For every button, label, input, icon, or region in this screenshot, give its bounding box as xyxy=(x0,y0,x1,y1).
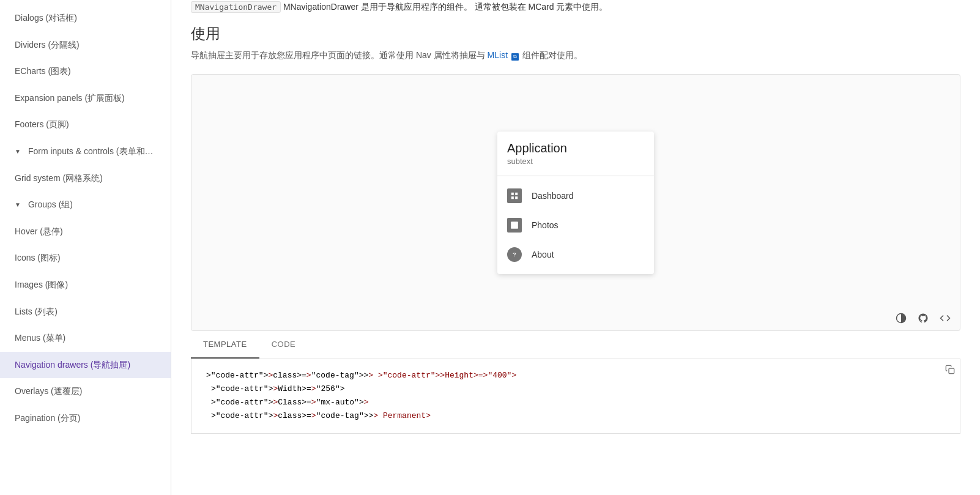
dashboard-nav-icon xyxy=(507,188,522,203)
sidebar-item-label-expansion-panels: Expansion panels (扩展面板) xyxy=(15,92,125,105)
sidebar-item-label-menus: Menus (菜单) xyxy=(15,332,65,344)
code-block: >"code-attr">>class>=>"code-tag">>> >"co… xyxy=(191,359,960,433)
nav-item-dashboard[interactable]: Dashboard xyxy=(497,181,654,210)
tabs-container: TEMPLATECODE xyxy=(191,331,960,359)
mlist-link[interactable]: MList xyxy=(488,50,508,60)
sidebar-item-dividers[interactable]: Dividers (分隔线) xyxy=(0,32,171,59)
nav-drawer-items: DashboardPhotos?About xyxy=(497,176,654,274)
sidebar-item-label-navigation-drawers: Navigation drawers (导航抽屉) xyxy=(15,359,130,371)
code-line-1: >"code-attr">>Width>=>"256"> xyxy=(206,382,945,396)
sidebar-item-footers[interactable]: Footers (页脚) xyxy=(0,111,171,138)
sidebar-item-label-hover: Hover (悬停) xyxy=(15,226,63,238)
preview-toolbar xyxy=(894,311,952,326)
section-title: 使用 xyxy=(191,24,960,43)
sidebar-item-images[interactable]: Images (图像) xyxy=(0,272,171,299)
svg-rect-1 xyxy=(515,192,518,195)
svg-text:?: ? xyxy=(513,251,516,258)
code-line-0: >"code-attr">>class>=>"code-tag">>> >"co… xyxy=(206,369,945,382)
sidebar-item-label-form-inputs: Form inputs & controls (表单和… xyxy=(28,146,154,158)
sidebar-item-hover[interactable]: Hover (悬停) xyxy=(0,218,171,245)
sidebar-item-label-pagination: Pagination (分页) xyxy=(15,412,80,425)
usage-description: 导航抽屉主要用于存放您应用程序中页面的链接。通常使用 Nav 属性将抽屉与 ML… xyxy=(191,48,960,62)
svg-rect-0 xyxy=(511,192,514,195)
sidebar-item-lists[interactable]: Lists (列表) xyxy=(0,299,171,326)
about-nav-icon: ? xyxy=(507,247,522,262)
tab-template[interactable]: TEMPLATE xyxy=(191,331,259,359)
sidebar-item-overlays[interactable]: Overlays (遮覆层) xyxy=(0,378,171,405)
sidebar-item-menus[interactable]: Menus (菜单) xyxy=(0,325,171,352)
nav-item-about[interactable]: ?About xyxy=(497,240,654,269)
usage-desc-prefix: 导航抽屉主要用于存放您应用程序中页面的链接。通常使用 Nav 属性将抽屉与 xyxy=(191,50,488,60)
svg-rect-2 xyxy=(511,196,514,199)
component-description: MNavigationDrawer MNavigationDrawer 是用于导… xyxy=(191,0,960,14)
sidebar-item-label-dialogs: Dialogs (对话框) xyxy=(15,12,77,24)
sidebar-item-dialogs[interactable]: Dialogs (对话框) xyxy=(0,5,171,32)
nav-item-label-photos: Photos xyxy=(532,220,559,230)
nav-item-label-about: About xyxy=(532,250,554,259)
sidebar-item-form-inputs[interactable]: ▼Form inputs & controls (表单和… xyxy=(0,138,171,165)
sidebar-item-groups[interactable]: ▼Groups (组) xyxy=(0,192,171,218)
sidebar-item-label-echarts: ECharts (图表) xyxy=(15,65,71,78)
sidebar-item-echarts[interactable]: ECharts (图表) xyxy=(0,58,171,85)
external-link-icon: ⧉ xyxy=(511,53,519,61)
github-icon[interactable] xyxy=(916,311,930,326)
contrast-icon[interactable] xyxy=(894,311,908,326)
sidebar-item-navigation-drawers[interactable]: Navigation drawers (导航抽屉) xyxy=(0,352,171,379)
sidebar-item-pagination[interactable]: Pagination (分页) xyxy=(0,405,171,432)
component-desc-text: MNavigationDrawer 是用于导航应用程序的组件。 通常被包装在 M… xyxy=(283,2,608,12)
component-code-inline: MNavigationDrawer xyxy=(191,1,281,13)
sidebar-item-grid-system[interactable]: Grid system (网格系统) xyxy=(0,165,171,192)
sidebar-item-label-grid-system: Grid system (网格系统) xyxy=(15,173,103,185)
sidebar-item-label-icons: Icons (图标) xyxy=(15,252,61,264)
code-line-2: >"code-attr">>Class>=>"mx-auto">> xyxy=(206,396,945,409)
svg-point-5 xyxy=(513,223,514,225)
svg-rect-4 xyxy=(511,221,518,229)
nav-drawer-preview-card: Application subtext DashboardPhotos?Abou… xyxy=(497,132,654,274)
sidebar-item-icons[interactable]: Icons (图标) xyxy=(0,245,171,272)
nav-drawer-title: Application xyxy=(507,141,644,155)
tab-code[interactable]: CODE xyxy=(259,331,308,359)
main-content: MNavigationDrawer MNavigationDrawer 是用于导… xyxy=(171,0,980,495)
expand-icon-groups: ▼ xyxy=(15,201,21,209)
usage-desc-suffix: 组件配对使用。 xyxy=(522,50,582,60)
preview-container: Application subtext DashboardPhotos?Abou… xyxy=(191,74,960,331)
svg-rect-8 xyxy=(949,368,954,374)
expand-icon-form-inputs: ▼ xyxy=(15,147,21,156)
sidebar-item-label-overlays: Overlays (遮覆层) xyxy=(15,385,82,398)
nav-item-label-dashboard: Dashboard xyxy=(532,191,574,201)
sidebar-item-label-lists: Lists (列表) xyxy=(15,306,58,318)
sidebar-item-label-dividers: Dividers (分隔线) xyxy=(15,39,80,51)
sidebar-item-label-images: Images (图像) xyxy=(15,279,68,291)
sidebar-item-expansion-panels[interactable]: Expansion panels (扩展面板) xyxy=(0,85,171,112)
copy-icon[interactable] xyxy=(945,364,955,381)
svg-rect-3 xyxy=(515,196,518,199)
nav-item-photos[interactable]: Photos xyxy=(497,210,654,240)
code-toggle-icon[interactable] xyxy=(938,311,952,326)
sidebar-item-label-groups: Groups (组) xyxy=(28,199,73,211)
sidebar-item-label-footers: Footers (页脚) xyxy=(15,119,69,131)
photos-nav-icon xyxy=(507,218,522,233)
code-line-3: >"code-attr">>class>=>"code-tag">>> Perm… xyxy=(206,409,945,423)
nav-drawer-subtext: subtext xyxy=(507,157,644,166)
sidebar: Dialogs (对话框)Dividers (分隔线)ECharts (图表)E… xyxy=(0,0,171,495)
nav-drawer-header: Application subtext xyxy=(497,132,654,176)
